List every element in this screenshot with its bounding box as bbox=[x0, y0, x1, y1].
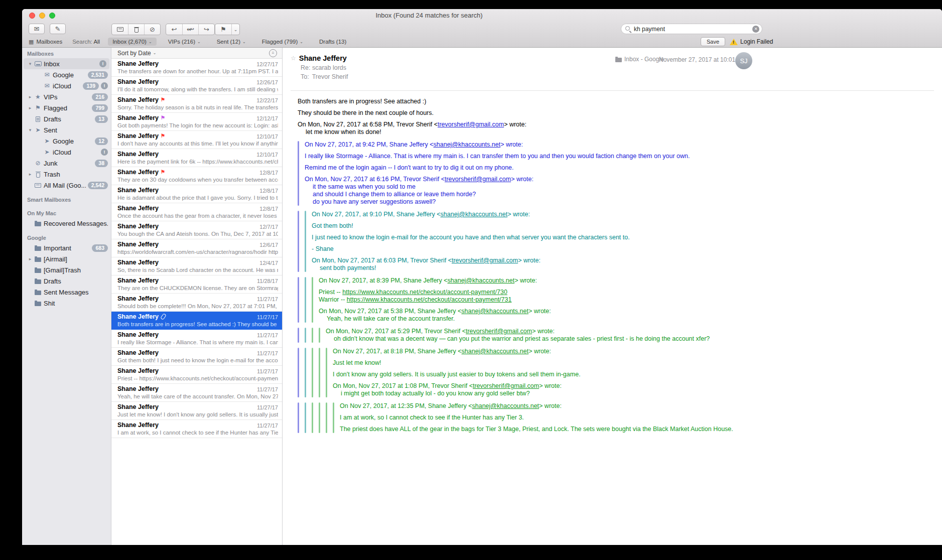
sidebar-item-vips[interactable]: ▸★VIPs216 bbox=[22, 91, 111, 102]
archive-button[interactable] bbox=[112, 24, 128, 35]
message-row[interactable]: Shane Jeffery12/4/17So, there is no Scar… bbox=[111, 257, 282, 275]
message-row[interactable]: Shane Jeffery⚑12/22/17Sorry. The holiday… bbox=[111, 95, 282, 113]
email-link[interactable]: shanej@khaccounts.net bbox=[441, 211, 508, 218]
message-row[interactable]: Shane Jeffery⚑12/8/17They are on 30 day … bbox=[111, 167, 282, 185]
window-title: Inbox (Found 24 matches for search) bbox=[22, 9, 836, 22]
message-row[interactable]: Shane Jeffery12/7/17You bough the CA and… bbox=[111, 221, 282, 239]
sidebar-item-icloud[interactable]: ➤iCloud! bbox=[22, 147, 111, 158]
email-link[interactable]: trevorsherif@gmail.com bbox=[466, 328, 532, 335]
vip-star-icon[interactable]: ☆ bbox=[291, 55, 296, 62]
disclosure-open-icon[interactable]: ▾ bbox=[27, 127, 33, 132]
email-link[interactable]: shanej@khaccounts.net bbox=[434, 141, 501, 148]
email-link[interactable]: shanej@khaccounts.net bbox=[448, 277, 515, 284]
email-link[interactable]: shanej@khaccounts.net bbox=[461, 308, 528, 315]
message-row[interactable]: Shane Jeffery12/8/17Once the account has… bbox=[111, 203, 282, 221]
email-link[interactable]: trevorsherif@gmail.com bbox=[473, 382, 539, 389]
reply-button[interactable]: ↩ bbox=[166, 24, 182, 35]
mailboxes-button[interactable]: ▦ Mailboxes bbox=[29, 39, 62, 45]
compose-button[interactable]: ✎ bbox=[50, 24, 66, 34]
sidebar-item-drafts[interactable]: Drafts13 bbox=[22, 113, 111, 124]
flag-icon: ⚑ bbox=[220, 26, 226, 33]
junk-button[interactable]: ⊘ bbox=[144, 24, 160, 35]
mailbox-label: iCloud bbox=[52, 82, 81, 90]
message-row[interactable]: Shane Jeffery12/10/17Here is the payment… bbox=[111, 149, 282, 167]
message-row[interactable]: Shane Jeffery11/27/17I am at work, so I … bbox=[111, 420, 282, 438]
message-row[interactable]: Shane Jeffery11/27/17Yeah, he will take … bbox=[111, 384, 282, 402]
sidebar-item-sent[interactable]: ▾➤Sent bbox=[22, 124, 111, 135]
url-link[interactable]: https://www.khaccounts.net/checkout/acco… bbox=[347, 296, 512, 303]
email-link[interactable]: trevorsherif@gmail.com bbox=[452, 257, 518, 264]
titlebar[interactable]: Inbox (Found 24 matches for search) bbox=[22, 9, 942, 22]
search-field[interactable]: kh payment ✕ bbox=[621, 24, 762, 34]
sidebar-item-sent-messages[interactable]: Sent Messages bbox=[22, 287, 111, 298]
quote-bar bbox=[312, 348, 313, 397]
favorites-item-inbox-2-670[interactable]: Inbox (2,670)⌄ bbox=[108, 38, 156, 46]
sidebar-item-google[interactable]: ✉Google2,531 bbox=[22, 69, 111, 80]
email-link[interactable]: trevorsherif@gmail.com bbox=[445, 176, 511, 183]
filter-icon[interactable]: ≡ bbox=[269, 49, 277, 57]
message-row[interactable]: Shane Jeffery12/26/17I'll do it all tomo… bbox=[111, 77, 282, 95]
sidebar-item-junk[interactable]: ⊘Junk38 bbox=[22, 158, 111, 169]
sidebar-item-airmail[interactable]: ▸[Airmail] bbox=[22, 253, 111, 264]
favorites-item-vips-216[interactable]: VIPs (216)⌄ bbox=[164, 38, 205, 46]
clear-search-button[interactable]: ✕ bbox=[752, 26, 759, 33]
message-row[interactable]: Shane Jeffery11/27/17Priest -- https://w… bbox=[111, 366, 282, 384]
delete-button[interactable] bbox=[128, 24, 144, 35]
message-row[interactable]: Shane Jeffery⚑12/12/17Got both payments!… bbox=[111, 113, 282, 131]
junk-icon: ⊘ bbox=[33, 160, 43, 166]
quote-bar bbox=[298, 211, 299, 272]
disclosure-closed-icon[interactable]: ▸ bbox=[27, 172, 33, 177]
message-row[interactable]: Shane Jeffery11/27/17I really like Storm… bbox=[111, 330, 282, 348]
sidebar-item-icloud[interactable]: ✉iCloud139! bbox=[22, 80, 111, 91]
sidebar-item-gmail-trash[interactable]: [Gmail]Trash bbox=[22, 264, 111, 275]
message-row[interactable]: Shane Jeffery11/27/17Got them both! I ju… bbox=[111, 348, 282, 366]
message-row[interactable]: Shane Jeffery11/28/17They are on the CHU… bbox=[111, 275, 282, 294]
search-scope[interactable]: Search: All bbox=[72, 39, 100, 45]
sidebar-item-trash[interactable]: ▸Trash bbox=[22, 169, 111, 180]
sidebar-item-recovered-messages[interactable]: Recovered Messages... bbox=[22, 218, 111, 229]
email-link[interactable]: shanej@khaccounts.net bbox=[462, 348, 529, 355]
message-row[interactable]: Shane Jeffery11/27/17Should both be comp… bbox=[111, 294, 282, 312]
disclosure-open-icon[interactable]: ▾ bbox=[27, 61, 33, 66]
sidebar-item-google[interactable]: ➤Google12 bbox=[22, 135, 111, 147]
flag-menu-button[interactable]: ⌄ bbox=[231, 24, 239, 35]
quote-bar bbox=[298, 277, 299, 323]
message-row[interactable]: Shane Jeffery12/27/17The transfers are d… bbox=[111, 59, 282, 77]
message-row[interactable]: Shane Jeffery11/27/17Both transfers are … bbox=[111, 312, 282, 330]
url-link[interactable]: https://www.khaccounts.net/checkout/acco… bbox=[342, 289, 507, 296]
forward-button[interactable]: ↪ bbox=[198, 24, 214, 35]
save-button[interactable]: Save bbox=[701, 37, 725, 46]
sidebar-item-flagged[interactable]: ▸⚑Flagged799 bbox=[22, 102, 111, 113]
disclosure-closed-icon[interactable]: ▸ bbox=[27, 105, 33, 110]
disclosure-closed-icon[interactable]: ▸ bbox=[27, 94, 33, 99]
sender-name: Shane Jeffery bbox=[117, 169, 159, 176]
message-row[interactable]: Shane Jeffery⚑12/10/17I don't have any a… bbox=[111, 131, 282, 149]
recipient-name[interactable]: Trevor Sherif bbox=[312, 73, 348, 80]
junk-icon: ⊘ bbox=[150, 26, 155, 33]
sidebar-item-shit[interactable]: Shit bbox=[22, 298, 111, 309]
search-input[interactable]: kh payment bbox=[634, 26, 750, 33]
sidebar-item-drafts[interactable]: Drafts bbox=[22, 275, 111, 287]
message-row[interactable]: Shane Jeffery12/6/17https://worldofwarcr… bbox=[111, 239, 282, 257]
flag-button[interactable]: ⚑ bbox=[215, 24, 231, 35]
sender-name: Shane Jeffery bbox=[117, 385, 159, 392]
sidebar-item-all-mail-goo[interactable]: All Mail (Goo...2,542 bbox=[22, 180, 111, 191]
favorites-item-drafts-13[interactable]: Drafts (13) bbox=[315, 38, 351, 46]
disclosure-closed-icon[interactable]: ▸ bbox=[27, 256, 33, 261]
favorites-item-sent-12[interactable]: Sent (12)⌄ bbox=[212, 38, 250, 46]
message-row[interactable]: Shane Jeffery11/27/17Just let me know! I… bbox=[111, 402, 282, 420]
message-row[interactable]: Shane Jeffery12/8/17He is adamant about … bbox=[111, 185, 282, 203]
login-failed-warning[interactable]: Login Failed bbox=[730, 38, 773, 45]
get-mail-button[interactable]: ✉ bbox=[29, 24, 45, 34]
email-link[interactable]: trevorsherif@gmail.com bbox=[438, 121, 504, 128]
sort-bar[interactable]: Sort by Date ⌄ ≡ bbox=[111, 48, 282, 59]
sender-name: Shane Jeffery bbox=[117, 403, 159, 410]
quote-bar bbox=[326, 402, 327, 433]
avatar: SJ bbox=[735, 52, 752, 69]
sidebar-item-important[interactable]: Important683 bbox=[22, 242, 111, 253]
favorites-item-flagged-799[interactable]: Flagged (799)⌄ bbox=[257, 38, 308, 46]
email-link[interactable]: shanej@khaccounts.net bbox=[472, 402, 539, 409]
quote-bar bbox=[312, 277, 313, 323]
reply-all-button[interactable]: ↩↩ bbox=[182, 24, 198, 35]
sidebar-item-inbox[interactable]: ▾Inbox! bbox=[24, 58, 109, 69]
